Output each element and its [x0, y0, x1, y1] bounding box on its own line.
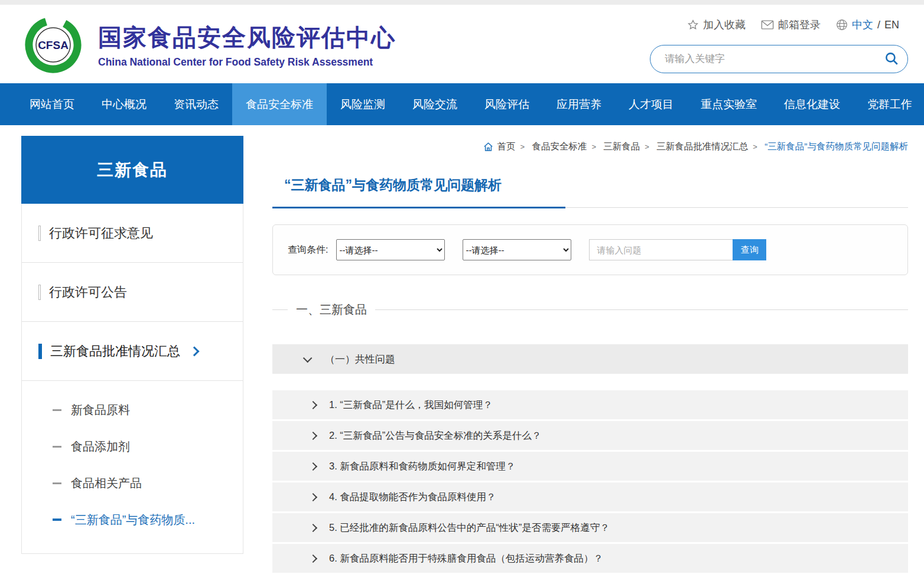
question-text: 6. 新食品原料能否用于特殊膳食用食品（包括运动营养食品）？ [329, 552, 603, 565]
mail-login-link[interactable]: 邮箱登录 [761, 18, 821, 32]
nav-item[interactable]: 食品安全标准 [232, 83, 327, 125]
cfsa-logo-icon: CFSA [20, 15, 86, 74]
question-row[interactable]: 4. 食品提取物能否作为食品原料使用？ [272, 482, 908, 511]
lang-zh-link[interactable]: 中文 [852, 18, 873, 32]
question-text: 2. “三新食品”公告与食品安全标准的关系是什么？ [329, 429, 541, 442]
home-icon[interactable] [483, 142, 494, 152]
dash-icon [53, 446, 61, 448]
question-text: 1. “三新食品”是什么，我国如何管理？ [329, 399, 493, 412]
sidebar-menu: 行政许可征求意见 行政许可公告 三新食品批准情况汇总 [21, 204, 243, 554]
chevron-right-icon [190, 346, 200, 356]
site-search [650, 45, 908, 73]
top-strip [0, 0, 924, 5]
query-select-1[interactable]: --请选择-- [336, 239, 445, 260]
breadcrumb-label: 三新食品 [603, 141, 640, 153]
breadcrumb-label: “三新食品”与食药物质常见问题解析 [764, 141, 908, 153]
main-navbar: 网站首页 中心概况 资讯动态 食品安全标准 风险监测 风险交流 风险评估 应用营… [0, 83, 924, 125]
breadcrumb-separator: > [591, 142, 596, 151]
sidebar-subitem[interactable]: 食品相关产品 [22, 465, 243, 501]
breadcrumb-item[interactable]: “三新食品”与食药物质常见问题解析 > [764, 141, 908, 153]
star-icon [687, 19, 699, 31]
question-row[interactable]: 3. 新食品原料和食药物质如何界定和管理？ [272, 452, 908, 481]
question-row[interactable]: 2. “三新食品”公告与食品安全标准的关系是什么？ [272, 421, 908, 450]
lang-en-link[interactable]: EN [884, 19, 899, 31]
nav-item[interactable]: 人才项目 [615, 83, 687, 125]
sidebar-item-label: 行政许可公告 [49, 283, 127, 301]
accordion-header[interactable]: （一）共性问题 [272, 344, 908, 374]
page: CFSA 国家食品安全风险评估中心 China National Center … [0, 0, 924, 574]
question-row[interactable]: 5. 已经批准的新食品原料公告中的产品“性状”是否需要严格遵守？ [272, 513, 908, 542]
site-title-en: China National Center for Food Safety Ri… [98, 56, 396, 69]
chevron-right-icon [309, 431, 317, 439]
search-icon [884, 51, 899, 68]
sidebar-subitem-label: 新食品原料 [71, 402, 130, 418]
language-switcher: 中文 / EN [836, 18, 899, 32]
nav-item[interactable]: 网站首页 [16, 83, 88, 125]
breadcrumb-item[interactable]: 首页 > [497, 141, 530, 153]
breadcrumb-label: 食品安全标准 [532, 141, 587, 153]
title-rule-accent [272, 207, 565, 208]
nav-item[interactable]: 中心概况 [88, 83, 160, 125]
breadcrumb-separator: > [645, 142, 649, 151]
nav-item[interactable]: 风险交流 [399, 83, 471, 125]
chevron-right-icon [309, 400, 317, 409]
search-input[interactable] [665, 53, 876, 65]
page-title: “三新食品”与食药物质常见问题解析 [284, 176, 502, 194]
chevron-right-icon [309, 462, 317, 470]
sidebar: 三新食品 行政许可征求意见 行政许可公告 [21, 136, 243, 554]
nav-item[interactable]: 重点实验室 [687, 83, 770, 125]
section-line-left [272, 309, 288, 310]
question-row[interactable]: 6. 新食品原料能否用于特殊膳食用食品（包括运动营养食品）？ [272, 544, 908, 573]
item-marker [38, 285, 41, 300]
sidebar-subitem[interactable]: 食品添加剂 [22, 428, 243, 465]
question-text: 5. 已经批准的新食品原料公告中的产品“性状”是否需要严格遵守？ [329, 521, 610, 534]
nav-item[interactable]: 风险监测 [327, 83, 399, 125]
nav-item[interactable]: 信息化建设 [770, 83, 854, 125]
sidebar-item[interactable]: 三新食品批准情况汇总 [22, 322, 243, 381]
sidebar-item[interactable]: 行政许可征求意见 [22, 204, 243, 263]
question-list: 1. “三新食品”是什么，我国如何管理？ 2. “三新食品”公告与食品安全标准的… [272, 390, 908, 574]
query-button[interactable]: 查询 [733, 239, 766, 260]
sidebar-item-label: 三新食品批准情况汇总 [50, 343, 180, 360]
add-favorite-label: 加入收藏 [703, 18, 746, 32]
add-favorite-link[interactable]: 加入收藏 [687, 18, 746, 32]
lang-separator: / [877, 19, 880, 31]
query-label: 查询条件: [288, 244, 328, 256]
sidebar-subitems: 新食品原料 食品添加剂 食品相关产品 “三新食品”与食药物质.. [22, 381, 243, 553]
nav-item[interactable]: 应用营养 [543, 83, 615, 125]
globe-icon [836, 19, 848, 31]
sidebar-subitem-label: 食品相关产品 [71, 475, 142, 491]
breadcrumb: 首页 > 食品安全标准 > 三新食品 > 三新食品批准情况汇总 [272, 141, 908, 153]
sidebar-subitem-label: “三新食品”与食药物质... [71, 512, 195, 528]
breadcrumb-item[interactable]: 三新食品 > [603, 141, 654, 153]
breadcrumb-label: 首页 [497, 141, 516, 153]
query-panel: 查询条件: --请选择-- --请选择-- 查询 [272, 224, 908, 275]
item-marker [38, 226, 41, 241]
dash-icon [53, 482, 61, 484]
question-text: 3. 新食品原料和食药物质如何界定和管理？ [329, 460, 515, 473]
section-line-right [375, 309, 908, 310]
query-select-2[interactable]: --请选择-- [463, 239, 571, 260]
site-logo[interactable]: CFSA 国家食品安全风险评估中心 China National Center … [20, 14, 268, 76]
dash-icon [53, 518, 61, 521]
search-button[interactable] [876, 45, 907, 73]
chevron-down-icon [303, 353, 313, 363]
nav-item[interactable]: 风险评估 [471, 83, 543, 125]
question-input[interactable] [589, 239, 733, 260]
breadcrumb-item[interactable]: 食品安全标准 > [532, 141, 601, 153]
nav-item[interactable]: 党群工作 [854, 83, 924, 125]
sidebar-subitem-label: 食品添加剂 [71, 439, 130, 455]
sidebar-subitem[interactable]: 新食品原料 [22, 392, 243, 428]
question-row[interactable]: 1. “三新食品”是什么，我国如何管理？ [272, 390, 908, 419]
svg-text:CFSA: CFSA [38, 39, 69, 51]
accordion-label: （一）共性问题 [325, 353, 395, 366]
topbar-utilities: 加入收藏 邮箱登录 中 [687, 18, 899, 32]
nav-item[interactable]: 资讯动态 [160, 83, 232, 125]
mail-login-label: 邮箱登录 [778, 18, 821, 32]
dash-icon [53, 409, 61, 411]
sidebar-item[interactable]: 行政许可公告 [22, 263, 243, 322]
breadcrumb-item[interactable]: 三新食品批准情况汇总 > [656, 141, 762, 153]
sidebar-subitem[interactable]: “三新食品”与食药物质... [22, 501, 243, 538]
nav-list: 网站首页 中心概况 资讯动态 食品安全标准 风险监测 风险交流 风险评估 应用营… [0, 83, 924, 125]
question-text: 4. 食品提取物能否作为食品原料使用？ [329, 491, 496, 504]
